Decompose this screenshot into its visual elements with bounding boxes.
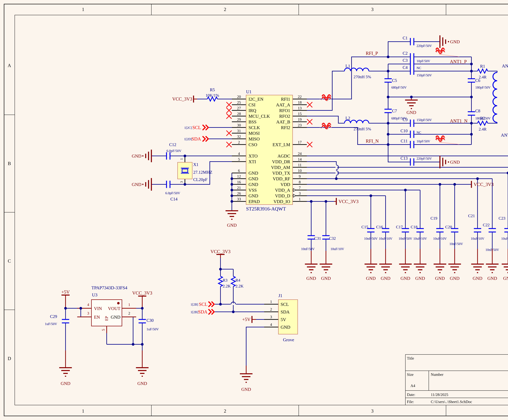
cap-ref[interactable]: C31 bbox=[314, 236, 321, 241]
resistor-value[interactable]: 2.2K bbox=[236, 284, 244, 288]
cap-value[interactable]: 10uF/10V bbox=[501, 237, 508, 240]
cap-value[interactable]: NC bbox=[417, 66, 421, 70]
capacitor-c30[interactable] bbox=[138, 319, 147, 323]
inductor-l2[interactable] bbox=[344, 120, 369, 123]
cap-value[interactable]: 1uF/50V bbox=[147, 327, 159, 331]
cap-value[interactable]: 10uF/10V bbox=[379, 237, 392, 240]
gnd-label[interactable]: GND bbox=[450, 39, 460, 44]
cap-ref[interactable]: C1 bbox=[403, 36, 408, 40]
crystal-freq[interactable]: 27.12MHZ bbox=[193, 170, 212, 175]
cap-value[interactable]: 680pF/50V bbox=[391, 86, 407, 89]
capacitor-c11[interactable] bbox=[410, 140, 414, 149]
gnd-label[interactable]: GND bbox=[435, 276, 445, 281]
gnd-label[interactable]: GND bbox=[132, 182, 142, 187]
component-u1[interactable]: U1 ST25R3916-AQWT 20 I2C_EN 25 CSI 27 IR… bbox=[237, 89, 302, 212]
gnd-label[interactable]: GND bbox=[450, 160, 460, 165]
gnd-symbol[interactable] bbox=[136, 368, 149, 376]
gnd-label[interactable]: GND bbox=[321, 276, 331, 281]
cap-value[interactable]: 10nF/50V bbox=[449, 242, 463, 246]
gnd-symbol[interactable] bbox=[405, 100, 418, 109]
cap-ref[interactable]: C10 bbox=[401, 128, 408, 133]
crystal-cl[interactable]: CL20pF bbox=[193, 177, 208, 182]
cap-ref[interactable]: C4 bbox=[403, 65, 408, 70]
gnd-label[interactable]: GND bbox=[401, 276, 410, 281]
resistor-r4[interactable] bbox=[231, 276, 235, 287]
power-port-vcc[interactable]: VCC_3V3 bbox=[474, 182, 494, 187]
u3-part[interactable]: TPAP7343D-33FS4 bbox=[91, 285, 127, 290]
cap-ref[interactable]: C12 bbox=[169, 142, 176, 147]
cap-value[interactable]: 6.0pF/50V bbox=[165, 191, 180, 195]
cap-value[interactable]: 150pF/50V bbox=[417, 118, 432, 122]
resistor-value[interactable]: 10K/1% bbox=[206, 93, 219, 98]
power-port-vcc[interactable]: VCC_3V3 bbox=[172, 96, 192, 102]
resistor-ref[interactable]: R2 bbox=[480, 116, 485, 121]
gnd-symbol[interactable] bbox=[440, 35, 448, 48]
cap-value[interactable]: 220pF/50V bbox=[417, 44, 432, 48]
capacitor-c6[interactable] bbox=[467, 79, 476, 82]
decoupling-bank[interactable]: VCC_3V3 VCC_3V3 VCC_3V3 C31 10nF/50V C32… bbox=[301, 169, 508, 281]
capacitor-c14[interactable] bbox=[166, 180, 170, 189]
cap-ref[interactable]: C22 bbox=[483, 223, 490, 227]
resistor-r3[interactable] bbox=[218, 276, 223, 287]
rf-network[interactable]: C1 220pF/50V C2 10pF/50V C3 NC C4 150pF/… bbox=[344, 35, 508, 168]
capacitor-c13[interactable] bbox=[410, 158, 414, 166]
port-sda[interactable]: SDA bbox=[198, 309, 208, 315]
cap-value[interactable]: 180pF/50V bbox=[475, 86, 491, 89]
gnd-label[interactable]: GND bbox=[415, 276, 425, 281]
port-chevron-icon[interactable] bbox=[202, 125, 208, 130]
capacitor-c9[interactable] bbox=[410, 119, 414, 128]
cap-ref[interactable]: C11 bbox=[401, 139, 408, 143]
cap-ref[interactable]: C29 bbox=[50, 314, 57, 319]
resistor-r5[interactable] bbox=[207, 97, 217, 101]
capacitor-c12[interactable] bbox=[166, 151, 170, 160]
u1-left-io[interactable]: VCC_3V3 R5 10K/1% SCL 1[2C] SDA 1[2D] bbox=[172, 88, 219, 141]
gnd-symbol[interactable] bbox=[59, 368, 72, 376]
capacitor-c5[interactable] bbox=[384, 79, 393, 82]
j1-value[interactable]: Grove bbox=[283, 337, 294, 342]
gnd-symbol[interactable] bbox=[440, 156, 448, 168]
capacitor-c7[interactable] bbox=[384, 109, 393, 113]
cap-value[interactable]: 10uF/10V bbox=[471, 237, 484, 240]
cap-value[interactable]: 10nF/50V bbox=[301, 247, 315, 251]
capacitor-c1[interactable] bbox=[410, 37, 414, 46]
cap-ref[interactable]: C7 bbox=[392, 109, 397, 113]
cap-ref[interactable]: C16 bbox=[376, 225, 383, 229]
power-port-vcc[interactable]: VCC_3V3 bbox=[132, 290, 152, 295]
port-scl[interactable]: SCL bbox=[192, 125, 201, 130]
cap-ref[interactable]: C13 bbox=[401, 156, 408, 161]
capacitor-c23[interactable] bbox=[504, 228, 508, 232]
inductor-value[interactable]: 270nH 5% bbox=[354, 74, 371, 79]
cap-ref[interactable]: C8 bbox=[475, 109, 480, 113]
power-port-5v[interactable]: +5V bbox=[61, 289, 70, 295]
cap-ref[interactable]: C15 bbox=[361, 225, 368, 229]
cap-ref[interactable]: C9 bbox=[403, 117, 408, 122]
u1-ref[interactable]: U1 bbox=[246, 89, 252, 94]
antenna-ref[interactable]: ANT1 bbox=[502, 64, 508, 68]
resistor-ref[interactable]: R3 bbox=[223, 278, 227, 282]
resistor-value[interactable]: 2.4R bbox=[479, 75, 486, 79]
cap-value[interactable]: 6.0pF/50V bbox=[166, 149, 181, 153]
cap-ref[interactable]: C18 bbox=[411, 225, 418, 229]
capacitor-c22[interactable] bbox=[488, 228, 497, 232]
antenna-coil-ant1[interactable] bbox=[493, 73, 497, 122]
gnd-symbol[interactable] bbox=[143, 150, 151, 162]
net-label-ant1-n[interactable]: ANT1_N bbox=[450, 118, 468, 124]
capacitor-c10[interactable] bbox=[410, 130, 414, 139]
resistor-ref[interactable]: R5 bbox=[210, 88, 215, 92]
inductor-ref[interactable]: L2 bbox=[345, 116, 350, 120]
capacitor-c29[interactable] bbox=[61, 319, 70, 323]
power-port-5v[interactable]: +5V bbox=[242, 317, 251, 322]
gnd-symbol[interactable] bbox=[225, 211, 238, 219]
cap-value[interactable]: 10pF/50V bbox=[417, 140, 430, 143]
gnd-label[interactable]: GND bbox=[132, 154, 142, 159]
capacitor-c21[interactable] bbox=[473, 228, 482, 232]
cap-value[interactable]: 10pF/50V bbox=[417, 59, 430, 63]
gnd-label[interactable]: GND bbox=[503, 276, 508, 281]
crystal-ref[interactable]: X1 bbox=[193, 162, 198, 167]
cap-value[interactable]: 10nF/50V bbox=[399, 237, 412, 240]
u1-part[interactable]: ST25R3916-AQWT bbox=[246, 206, 286, 212]
cap-value[interactable]: 10uF/10V bbox=[433, 237, 447, 240]
cap-ref[interactable]: C30 bbox=[147, 318, 154, 323]
gnd-label[interactable]: GND bbox=[473, 276, 482, 281]
gnd-label[interactable]: GND bbox=[137, 381, 147, 386]
